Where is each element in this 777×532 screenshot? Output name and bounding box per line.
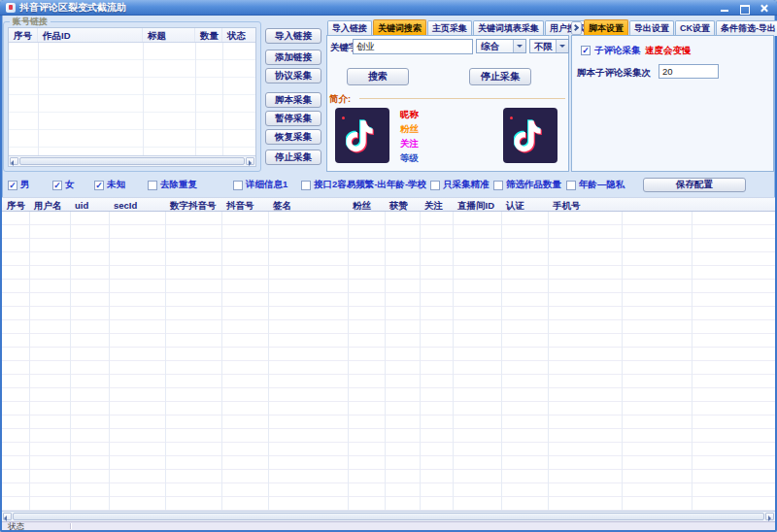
works-col-id[interactable]: 作品ID	[38, 28, 143, 42]
scroll-left-icon[interactable]	[3, 513, 12, 520]
col-liveroom-id[interactable]: 直播间ID	[453, 198, 501, 211]
checkbox-male[interactable]: ✓ 男	[8, 179, 30, 191]
col-following[interactable]: 关注	[420, 198, 453, 211]
search-button[interactable]: 搜索	[347, 68, 409, 85]
col-username[interactable]: 用户名	[29, 198, 70, 211]
tiktok-note-icon	[346, 117, 379, 154]
range-select[interactable]: 不限	[529, 39, 569, 53]
checkbox-filter-works-count[interactable]: 筛选作品数量	[493, 179, 561, 191]
results-table-header: 序号 用户名 uid secId 数字抖音号 抖音号 签名 粉丝 获赞 关注 直…	[2, 197, 775, 212]
middle-tabstrip: 导入链接 关键词搜索 主页采集 关键词填表采集 用户搜索	[327, 19, 603, 36]
sub-comment-count-input[interactable]	[659, 64, 719, 79]
tiktok-logo	[335, 108, 389, 163]
window-controls	[720, 0, 769, 16]
intro-divider	[359, 98, 565, 99]
stop-collect-button[interactable]: 停止采集	[265, 150, 321, 165]
tab-script-settings[interactable]: 脚本设置	[584, 19, 628, 36]
script-collect-button[interactable]: 脚本采集	[265, 92, 321, 108]
pause-collect-button[interactable]: 暂停采集	[265, 111, 321, 126]
tab-keyword-form-collect[interactable]: 关键词填表采集	[473, 20, 544, 36]
checkbox-detail-info[interactable]: 详细信息1	[233, 179, 287, 191]
stop-search-button[interactable]: 停止采集	[469, 68, 531, 85]
works-col-count[interactable]: 数量	[195, 28, 222, 42]
checkbox-dedupe[interactable]: 去除重复	[148, 179, 197, 191]
record-dot-icon	[510, 116, 513, 119]
import-links-button[interactable]: 导入链接	[265, 28, 321, 44]
tab-condition-filter-export[interactable]: 条件筛选-导出	[716, 20, 777, 36]
chevron-down-icon[interactable]	[556, 40, 568, 52]
profile-field-fans: 粉丝	[400, 123, 419, 136]
tab-export-settings[interactable]: 导出设置	[629, 20, 674, 36]
works-table-header: 序号 作品ID 标题 数量 状态	[9, 28, 255, 43]
protocol-collect-button[interactable]: 协议采集	[265, 68, 321, 83]
maximize-icon[interactable]	[739, 3, 750, 14]
window-title: 抖音评论区裂变式截流助	[19, 0, 126, 16]
col-douyin-id[interactable]: 抖音号	[221, 198, 268, 211]
add-links-button[interactable]: 添加链接	[265, 50, 321, 65]
col-empty	[622, 198, 692, 211]
titlebar: 抖音评论区裂变式截流助	[0, 0, 777, 16]
checkbox-api2-age-school[interactable]: 接口2容易频繁-出年龄-学校	[301, 179, 426, 191]
col-signature[interactable]: 签名	[268, 198, 348, 211]
right-tabstrip: 脚本设置 导出设置 CK设置 条件筛选-导出	[571, 19, 777, 36]
profile-field-level: 等级	[400, 152, 419, 165]
works-scroll-thumb[interactable]	[19, 157, 245, 165]
status-separator	[70, 523, 71, 529]
tab-import-links[interactable]: 导入链接	[327, 20, 372, 36]
sort-select[interactable]: 综合	[476, 39, 526, 53]
col-numeric-id[interactable]: 数字抖音号	[165, 198, 221, 211]
col-secid[interactable]: secId	[109, 198, 165, 211]
profile-field-follow: 关注	[400, 138, 419, 150]
checkbox-precise-only[interactable]: 只采集精准	[430, 179, 490, 191]
account-links-label: 账号链接	[10, 17, 51, 27]
tab-homepage-collect[interactable]: 主页采集	[427, 20, 472, 36]
sub-comment-label[interactable]: 子评论采集	[594, 45, 641, 57]
account-links-groupbox: 账号链接 序号 作品ID 标题 数量 状态	[3, 21, 261, 172]
speed-warning-text: 速度会变慢	[645, 45, 692, 57]
col-likes[interactable]: 获赞	[385, 198, 420, 211]
tiktok-logo	[503, 108, 557, 163]
results-table-body	[2, 212, 775, 511]
tab-ck-settings[interactable]: CK设置	[675, 20, 715, 36]
sub-comment-count-label: 脚本子评论采集次	[577, 67, 651, 80]
col-phone[interactable]: 手机号	[548, 198, 622, 211]
resume-collect-button[interactable]: 恢复采集	[265, 129, 321, 145]
works-col-index[interactable]: 序号	[9, 28, 38, 42]
sub-comment-checkbox[interactable]: ✓	[581, 46, 591, 55]
minimize-icon[interactable]	[720, 3, 730, 14]
works-col-status[interactable]: 状态	[222, 28, 257, 42]
col-verified[interactable]: 认证	[501, 198, 548, 211]
save-config-button[interactable]: 保存配置	[643, 178, 746, 192]
status-text: 状态	[8, 522, 24, 531]
works-table-body	[9, 43, 255, 155]
main-hscrollbar[interactable]	[2, 511, 775, 521]
app-window: 抖音评论区裂变式截流助 账号链接 序号 作品ID 标题 数量 状态	[0, 0, 777, 532]
col-index[interactable]: 序号	[2, 198, 29, 211]
col-fans[interactable]: 粉丝	[348, 198, 385, 211]
profile-field-nickname: 昵称	[400, 109, 419, 121]
checkbox-unknown[interactable]: ✓ 未知	[94, 179, 125, 191]
tab-keyword-search[interactable]: 关键词搜索	[373, 19, 426, 36]
tiktok-note-icon	[514, 117, 547, 154]
checkbox-age-privacy[interactable]: 年龄—隐私	[566, 179, 625, 191]
close-icon[interactable]	[759, 3, 769, 14]
grid-lines	[2, 212, 775, 511]
works-table-hscrollbar[interactable]	[9, 155, 255, 166]
chevron-down-icon[interactable]	[513, 40, 525, 52]
col-empty	[692, 198, 775, 211]
scroll-right-icon[interactable]	[246, 157, 254, 165]
scroll-right-icon[interactable]	[765, 513, 774, 520]
app-icon	[6, 3, 16, 13]
checkbox-female[interactable]: ✓ 女	[52, 179, 75, 191]
status-bar: 状态	[2, 521, 775, 530]
col-uid[interactable]: uid	[70, 198, 109, 211]
works-table: 序号 作品ID 标题 数量 状态	[8, 27, 256, 167]
tab-scroll-right-icon[interactable]	[571, 21, 582, 35]
main-scroll-thumb[interactable]	[13, 513, 764, 520]
intro-label: 简介:	[329, 93, 351, 106]
keyword-input[interactable]	[353, 39, 473, 54]
works-col-title[interactable]: 标题	[143, 28, 195, 42]
scroll-left-icon[interactable]	[10, 157, 18, 165]
record-dot-icon	[342, 116, 345, 119]
